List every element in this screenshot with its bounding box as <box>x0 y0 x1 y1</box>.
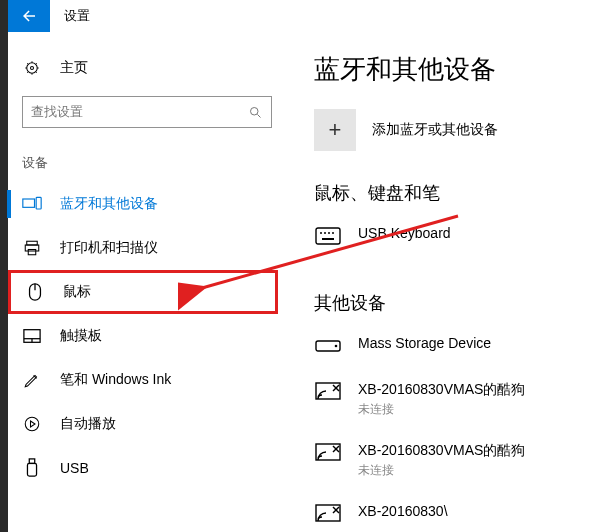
add-device-button[interactable]: + 添加蓝牙或其他设备 <box>314 109 590 151</box>
svg-point-20 <box>332 232 334 234</box>
svg-rect-24 <box>316 383 340 399</box>
svg-point-23 <box>335 345 338 348</box>
search-icon <box>248 105 263 120</box>
device-name: XB-20160830VMAS的酷狗 <box>358 381 525 399</box>
usb-icon <box>22 458 42 478</box>
sidebar-item-usb[interactable]: USB <box>8 446 278 490</box>
svg-rect-16 <box>316 228 340 244</box>
keyboard-icon <box>314 225 342 247</box>
device-name: Mass Storage Device <box>358 335 491 351</box>
sidebar-item-label: 蓝牙和其他设备 <box>60 195 158 213</box>
mouse-icon <box>25 282 45 302</box>
search-input[interactable]: 查找设置 <box>22 96 272 128</box>
main-content: 蓝牙和其他设备 + 添加蓝牙或其他设备 鼠标、键盘和笔 USB Keyboard… <box>278 32 600 532</box>
search-placeholder: 查找设置 <box>31 103 83 121</box>
svg-rect-5 <box>27 241 38 245</box>
touchpad-icon <box>22 328 42 344</box>
sidebar-item-label: USB <box>60 460 89 476</box>
titlebar: 设置 <box>8 0 600 32</box>
svg-point-1 <box>31 67 34 70</box>
sidebar-section-label: 设备 <box>8 128 278 182</box>
device-name: XB-20160830\ <box>358 503 448 519</box>
sidebar: 主页 查找设置 设备 蓝牙和其他设备 打印机和扫描 <box>8 32 278 532</box>
sidebar-item-label: 笔和 Windows Ink <box>60 371 171 389</box>
sidebar-item-touchpad[interactable]: 触摸板 <box>8 314 278 358</box>
sidebar-item-printers[interactable]: 打印机和扫描仪 <box>8 226 278 270</box>
sidebar-item-pen[interactable]: 笔和 Windows Ink <box>8 358 278 402</box>
sidebar-item-autoplay[interactable]: 自动播放 <box>8 402 278 446</box>
svg-rect-27 <box>316 444 340 460</box>
home-icon <box>22 59 42 77</box>
sidebar-item-mouse[interactable]: 鼠标 <box>8 270 278 314</box>
sidebar-item-label: 鼠标 <box>63 283 91 301</box>
svg-rect-21 <box>322 238 334 240</box>
svg-point-0 <box>27 63 38 74</box>
device-row[interactable]: Mass Storage Device <box>314 329 590 375</box>
svg-point-2 <box>251 107 259 115</box>
printer-icon <box>22 239 42 257</box>
device-status: 未连接 <box>358 401 525 418</box>
svg-rect-14 <box>29 459 34 464</box>
svg-rect-15 <box>27 463 36 476</box>
svg-rect-3 <box>23 199 35 207</box>
section-other-devices: 其他设备 <box>314 291 590 315</box>
svg-point-17 <box>320 232 322 234</box>
cast-icon <box>314 381 342 403</box>
svg-point-18 <box>324 232 326 234</box>
device-name: XB-20160830VMAS的酷狗 <box>358 442 525 460</box>
add-device-label: 添加蓝牙或其他设备 <box>372 121 498 139</box>
autoplay-icon <box>22 415 42 433</box>
plus-icon: + <box>314 109 356 151</box>
window-left-edge <box>0 0 8 532</box>
storage-icon <box>314 335 342 357</box>
svg-rect-6 <box>25 245 39 251</box>
devices-icon <box>22 196 42 212</box>
sidebar-list: 蓝牙和其他设备 打印机和扫描仪 鼠标 触摸板 <box>8 182 278 490</box>
arrow-left-icon <box>20 7 38 25</box>
svg-rect-7 <box>28 250 36 255</box>
sidebar-item-label: 触摸板 <box>60 327 102 345</box>
pen-icon <box>22 371 42 389</box>
sidebar-home[interactable]: 主页 <box>8 50 278 86</box>
sidebar-item-label: 打印机和扫描仪 <box>60 239 158 257</box>
svg-point-13 <box>25 417 39 431</box>
cast-icon <box>314 442 342 464</box>
svg-rect-30 <box>316 505 340 521</box>
cast-icon <box>314 503 342 525</box>
sidebar-item-label: 自动播放 <box>60 415 116 433</box>
device-row-keyboard[interactable]: USB Keyboard <box>314 219 590 265</box>
window-title: 设置 <box>64 7 90 25</box>
device-row[interactable]: XB-20160830VMAS的酷狗 未连接 <box>314 436 590 497</box>
sidebar-item-bluetooth[interactable]: 蓝牙和其他设备 <box>8 182 278 226</box>
device-row[interactable]: XB-20160830VMAS的酷狗 未连接 <box>314 375 590 436</box>
device-name: USB Keyboard <box>358 225 451 241</box>
section-mouse-keyboard-pen: 鼠标、键盘和笔 <box>314 181 590 205</box>
device-row[interactable]: XB-20160830\ <box>314 497 590 532</box>
svg-point-19 <box>328 232 330 234</box>
page-title: 蓝牙和其他设备 <box>314 52 590 87</box>
sidebar-home-label: 主页 <box>60 59 88 77</box>
back-button[interactable] <box>8 0 50 32</box>
device-status: 未连接 <box>358 462 525 479</box>
svg-rect-4 <box>36 197 41 209</box>
